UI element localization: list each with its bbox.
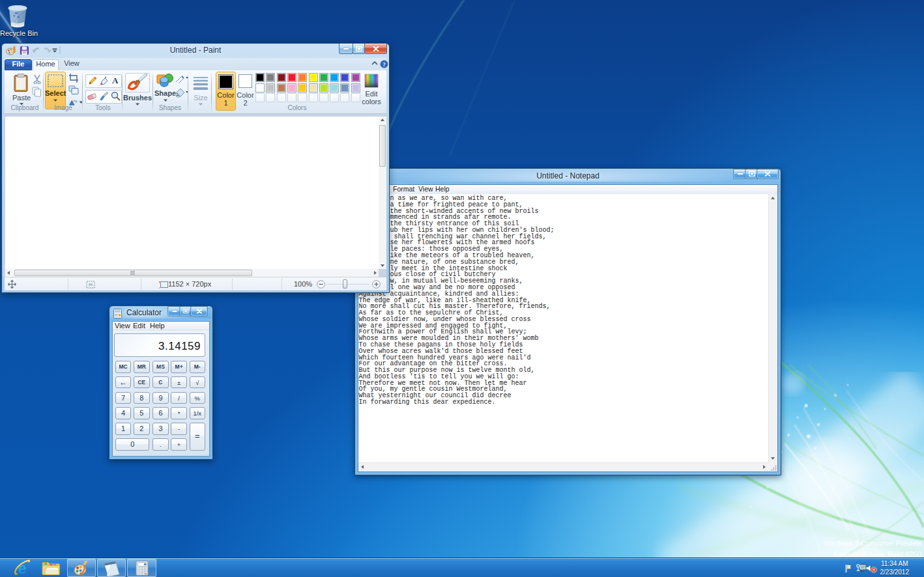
svg-text:?: ? <box>383 61 386 68</box>
